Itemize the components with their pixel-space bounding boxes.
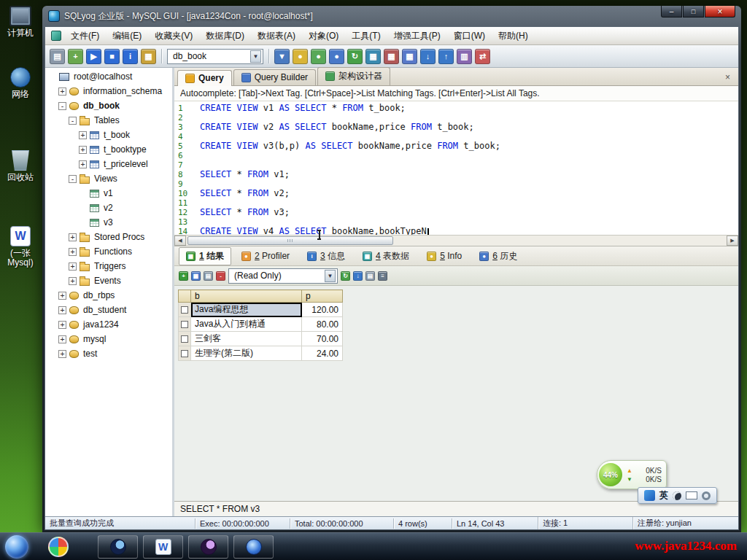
color-picker-icon[interactable]: ▼	[274, 49, 290, 64]
tree-item-Views[interactable]: -Views	[45, 171, 172, 186]
cell-p[interactable]: 80.00	[302, 317, 343, 332]
expand-icon[interactable]: +	[79, 131, 87, 139]
grid-settings-icon[interactable]: ≡	[378, 271, 387, 281]
result-row[interactable]: 三剑客70.00	[179, 332, 343, 346]
scroll-right-icon[interactable]	[727, 236, 738, 246]
query-info-icon[interactable]: i	[123, 49, 138, 64]
tree-item-db_rbps[interactable]: +db_rbps	[45, 288, 172, 303]
tab-Query Builder[interactable]: Query Builder	[233, 69, 316, 85]
create-database-icon[interactable]: ●	[293, 49, 308, 64]
expand-icon[interactable]: +	[58, 88, 66, 96]
refresh-object-browser-icon[interactable]: ↻	[347, 49, 363, 64]
refresh-results-icon[interactable]: ↻	[341, 271, 350, 281]
export-data-icon[interactable]: ↓	[420, 49, 436, 64]
taskbar-ide-blue-icon[interactable]	[233, 535, 274, 559]
menu-item[interactable]: 对象(O)	[302, 27, 345, 45]
result-row[interactable]: Java编程思想120.00	[179, 303, 343, 317]
row-checkbox[interactable]	[181, 306, 188, 314]
new-table-icon[interactable]: ▦	[365, 49, 381, 64]
print-results-icon[interactable]: ▤	[365, 271, 375, 281]
sql-code-area[interactable]: CREATE VIEW v1 AS SELECT * FROM t_book;C…	[193, 104, 738, 235]
tree-item-t_pricelevel[interactable]: +t_pricelevel	[45, 157, 172, 171]
chevron-down-icon[interactable]	[325, 270, 336, 282]
tree-item-db_book[interactable]: -db_book	[45, 98, 172, 113]
cell-b[interactable]: 三剑客	[191, 332, 302, 346]
taskbar-ide-purple-icon[interactable]	[188, 535, 228, 559]
expand-icon[interactable]: +	[58, 335, 66, 343]
expand-icon[interactable]: +	[58, 350, 66, 358]
tree-item-Stored Procs[interactable]: +Stored Procs	[45, 230, 172, 244]
code-line[interactable]: SELECT * FROM v3;	[200, 208, 738, 217]
menu-item[interactable]: 编辑(E)	[106, 27, 148, 45]
code-line[interactable]: CREATE VIEW v4 AS SELECT bookName,bookTy…	[200, 227, 738, 235]
scrollbar-thumb[interactable]	[187, 236, 393, 245]
tree-item-v3[interactable]: v3	[45, 215, 172, 230]
tree-item-mysql[interactable]: +mysql	[45, 332, 172, 346]
maximize-button[interactable]	[683, 6, 704, 18]
delete-row-icon[interactable]: -	[216, 271, 225, 281]
taskbar-eclipse-icon[interactable]	[98, 535, 138, 559]
menu-item[interactable]: 增强工具(P)	[387, 27, 447, 45]
close-tab-icon[interactable]	[720, 72, 735, 82]
sql-editor[interactable]: 1234567891011121314 CREATE VIEW v1 AS SE…	[174, 101, 738, 236]
tree-item-Events[interactable]: +Events	[45, 273, 172, 288]
menu-item[interactable]: 工具(T)	[345, 27, 387, 45]
execute-query-icon[interactable]: ▶	[86, 49, 101, 64]
result-tab-4 表数据[interactable]: ▦4 表数据	[355, 247, 417, 265]
cell-b[interactable]: 生理学(第二版)	[191, 346, 302, 361]
tree-item-t_booktype[interactable]: +t_booktype	[45, 142, 172, 157]
cell-p[interactable]: 24.00	[302, 346, 343, 361]
tab-Query[interactable]: Query	[177, 70, 232, 86]
menu-item[interactable]: 窗口(W)	[447, 27, 492, 45]
expand-icon[interactable]: +	[69, 233, 77, 241]
ime-language-bar[interactable]: 英	[638, 487, 717, 504]
tree-item-java1234[interactable]: +java1234	[45, 317, 172, 332]
open-file-icon[interactable]: ▦	[141, 49, 156, 64]
menu-item[interactable]: 数据库(D)	[199, 27, 251, 45]
desktop-icon-doc[interactable]: (一张 Mysql)	[0, 226, 41, 268]
grid-mode-select[interactable]: (Read Only)	[228, 268, 338, 284]
result-tab-1 结果[interactable]: ▦1 结果	[179, 247, 231, 265]
column-header-p[interactable]: p	[302, 290, 343, 303]
tab-架构设计器[interactable]: 架构设计器	[317, 67, 390, 85]
collapse-icon[interactable]: -	[58, 102, 66, 110]
stop-query-icon[interactable]: ■	[104, 49, 120, 64]
cell-p[interactable]: 120.00	[302, 303, 343, 317]
tree-item-information_schema[interactable]: +information_schema	[45, 84, 172, 98]
add-row-icon[interactable]: +	[179, 271, 188, 281]
cell-p[interactable]: 70.00	[302, 332, 343, 346]
import-data-icon[interactable]: ↑	[438, 49, 454, 64]
result-tab-3 信息[interactable]: i3 信息	[300, 247, 352, 265]
column-header-b[interactable]: b	[191, 290, 302, 303]
save-row-icon[interactable]: ▦	[191, 271, 201, 281]
editor-hscrollbar[interactable]	[174, 236, 738, 246]
desktop-icon-computer[interactable]: 计算机	[0, 6, 41, 38]
chevron-down-icon[interactable]	[250, 50, 261, 63]
menu-item[interactable]: 帮助(H)	[492, 27, 535, 45]
menu-item[interactable]: 收藏夹(V)	[148, 27, 199, 45]
scroll-left-icon[interactable]	[174, 236, 186, 246]
desktop-icon-recycle[interactable]: 回收站	[0, 150, 41, 182]
cell-b[interactable]: Java从入门到精通	[191, 317, 302, 332]
tree-item-Functions[interactable]: +Functions	[45, 244, 172, 259]
row-checkbox[interactable]	[181, 335, 188, 343]
ime-logo-icon[interactable]	[644, 490, 655, 501]
result-tab-2 Profiler[interactable]: ●2 Profiler	[234, 248, 297, 264]
title-bar[interactable]: SQLyog 企业版 - MySQL GUI - [java1234Con - …	[44, 6, 739, 26]
scrollbar-track[interactable]	[186, 236, 727, 246]
database-select[interactable]: db_book	[167, 49, 263, 64]
net-speed-monitor[interactable]: 44% ▲0K/S ▼0K/S	[597, 460, 667, 489]
tree-item-v2[interactable]: v2	[45, 201, 172, 215]
expand-icon[interactable]: +	[79, 146, 87, 154]
tree-item-root@localhost[interactable]: root@localhost	[45, 69, 172, 84]
result-tab-6 历史[interactable]: ●6 历史	[472, 247, 525, 265]
new-connection-icon[interactable]: +	[68, 49, 83, 64]
code-line[interactable]: CREATE VIEW v3(b,p) AS SELECT bookName,p…	[200, 141, 738, 151]
code-line[interactable]	[200, 151, 738, 160]
export-results-icon[interactable]: ↓	[353, 271, 363, 281]
row-checkbox[interactable]	[181, 321, 188, 328]
start-button[interactable]	[5, 535, 28, 559]
tree-item-v1[interactable]: v1	[45, 186, 172, 201]
ime-fullwidth-icon[interactable]	[673, 491, 681, 500]
manage-index-icon[interactable]: ●	[329, 49, 344, 64]
